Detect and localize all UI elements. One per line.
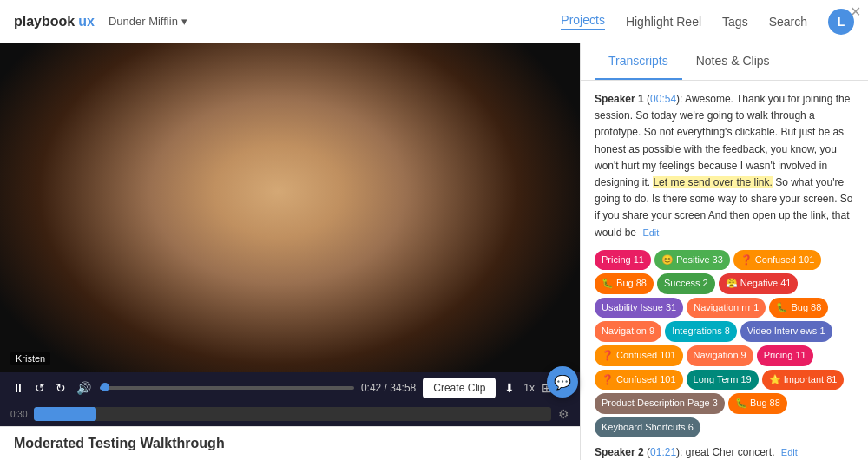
- timestamp-2[interactable]: 01:21: [650, 446, 676, 458]
- tag-important-81[interactable]: ⭐ Important 81: [762, 370, 845, 391]
- nav-projects[interactable]: Projects: [561, 13, 605, 30]
- nav-right: Projects Highlight Reel Tags Search L: [561, 9, 854, 35]
- timeline-label-start: 0:30: [10, 410, 27, 419]
- panel-tabs: Transcripts Notes & Clips: [581, 43, 868, 81]
- transcript-segment-2: Speaker 2 (01:21): great Cher concert. E…: [595, 444, 854, 460]
- tag-product-desc[interactable]: Product Description Page 3: [595, 393, 725, 414]
- tab-transcripts[interactable]: Transcripts: [595, 43, 682, 80]
- tag-negative-41[interactable]: 😤 Negative 41: [719, 273, 799, 294]
- company-name: Dunder Mifflin: [108, 15, 178, 28]
- transcript-panel: ✕ Transcripts Notes & Clips Speaker 1 (0…: [580, 43, 868, 460]
- nav-highlight-reel[interactable]: Highlight Reel: [626, 15, 701, 29]
- timestamp-1[interactable]: 00:54: [650, 93, 676, 105]
- timeline-bar: 0:30 ⚙: [0, 404, 580, 426]
- tag-keyboard-shortcuts[interactable]: Keyboard Shortcuts 6: [595, 417, 700, 438]
- chat-button[interactable]: 💬: [547, 366, 578, 398]
- video-person: [0, 43, 580, 372]
- nav-tags[interactable]: Tags: [722, 15, 748, 29]
- time-display: 0:42 / 34:58: [361, 382, 416, 394]
- logo-playbook: playbook: [14, 14, 75, 30]
- speaker-line-2: Speaker 2 (01:21): great Cher concert. E…: [595, 444, 854, 460]
- tag-bug-88-3[interactable]: 🐛 Bug 88: [728, 393, 787, 414]
- speaker-label: Kristen: [10, 352, 50, 365]
- video-frame: Kristen: [0, 43, 580, 372]
- speaker-name-2: Speaker 2: [595, 446, 644, 458]
- dropdown-arrow-icon: ▾: [181, 15, 187, 28]
- transcript-segment-1: Speaker 1 (00:54): Awesome. Thank you fo…: [595, 91, 854, 241]
- tags-container: Pricing 11 😊 Positive 33 ❓ Confused 101 …: [595, 250, 854, 438]
- create-clip-button[interactable]: Create Clip: [423, 378, 496, 398]
- tag-bug-88-1[interactable]: 🐛 Bug 88: [595, 273, 654, 294]
- tag-confused-101-3[interactable]: ❓ Confused 101: [595, 370, 683, 391]
- tab-notes-clips[interactable]: Notes & Clips: [682, 43, 784, 80]
- tag-usability-31[interactable]: Usability Issue 31: [595, 298, 683, 319]
- tag-bug-88-2[interactable]: 🐛 Bug 88: [769, 298, 828, 319]
- tag-longterm-19[interactable]: Long Term 19: [687, 370, 759, 391]
- logo-ux: ux: [78, 14, 95, 30]
- speaker-line-1: Speaker 1 (00:54): Awesome. Thank you fo…: [595, 91, 854, 241]
- video-title: Moderated Testing Walkthrough: [0, 426, 580, 460]
- timeline-track[interactable]: [34, 407, 551, 421]
- tag-video-interviews[interactable]: Video Interviews 1: [740, 321, 832, 342]
- tag-navigation-9-1[interactable]: Navigation 9: [595, 321, 661, 342]
- main-content: Kristen ⏸ ↺ ↻ 🔊 0:42 / 34:58 Create Clip…: [0, 43, 868, 460]
- speaker-name-1: Speaker 1: [595, 93, 644, 105]
- tag-positive-33[interactable]: 😊 Positive 33: [654, 250, 730, 271]
- nav-search[interactable]: Search: [769, 15, 807, 29]
- video-player: Kristen: [0, 43, 580, 372]
- play-button[interactable]: ⏸: [10, 379, 26, 397]
- tag-navigation-9-2[interactable]: Navigation 9: [687, 345, 753, 366]
- settings-icon[interactable]: ⚙: [558, 407, 569, 421]
- volume-button[interactable]: 🔊: [75, 379, 93, 397]
- edit-link-1[interactable]: Edit: [642, 227, 659, 238]
- tag-confused-101[interactable]: ❓ Confused 101: [733, 250, 822, 271]
- progress-bar[interactable]: [100, 386, 354, 390]
- edit-link-2[interactable]: Edit: [781, 447, 798, 457]
- progress-thumb: [101, 383, 109, 391]
- tag-confused-101-2[interactable]: ❓ Confused 101: [595, 345, 683, 366]
- tag-success-2[interactable]: Success 2: [657, 273, 715, 294]
- tag-navigation-rrr[interactable]: Navigation rrr 1: [687, 298, 766, 319]
- nav-left: playbookux Dunder Mifflin ▾: [14, 14, 187, 30]
- rewind-button[interactable]: ↺: [33, 379, 47, 397]
- video-section: Kristen ⏸ ↺ ↻ 🔊 0:42 / 34:58 Create Clip…: [0, 43, 580, 460]
- video-controls: ⏸ ↺ ↻ 🔊 0:42 / 34:58 Create Clip ⬇ 1x ⊞ …: [0, 372, 580, 404]
- tag-pricing-11[interactable]: Pricing 11: [595, 250, 651, 271]
- tag-pricing-11-2[interactable]: Pricing 11: [757, 345, 813, 366]
- logo[interactable]: playbookux: [14, 14, 95, 30]
- forward-button[interactable]: ↻: [54, 379, 68, 397]
- transcript-content: Speaker 1 (00:54): Awesome. Thank you fo…: [581, 81, 868, 460]
- download-button[interactable]: ⬇: [503, 379, 516, 397]
- timeline-segment: [34, 407, 95, 421]
- transcript-text-1: Awesome. Thank you for joining the sessi…: [595, 93, 853, 239]
- top-navigation: playbookux Dunder Mifflin ▾ Projects Hig…: [0, 0, 868, 43]
- transcript-text-2: great Cher concert.: [686, 446, 775, 458]
- tag-integrations-8[interactable]: Integrations 8: [665, 321, 737, 342]
- speed-button[interactable]: 1x: [523, 382, 535, 394]
- company-selector[interactable]: Dunder Mifflin ▾: [108, 15, 187, 28]
